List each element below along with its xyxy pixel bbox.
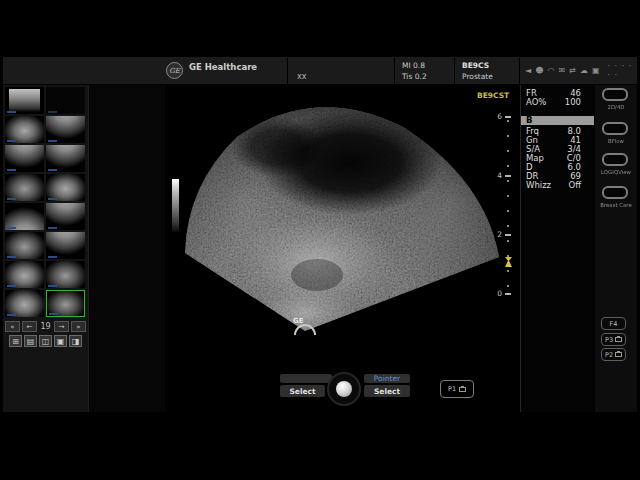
patient-id-text: xx <box>297 72 306 81</box>
softkey-2d4d-button[interactable] <box>602 88 628 101</box>
next-page-button[interactable]: → <box>54 321 69 332</box>
thumbnail[interactable] <box>46 145 85 172</box>
depth-tick <box>505 293 511 295</box>
thumbnail[interactable] <box>5 116 44 143</box>
grid-view-icon[interactable]: ⊞ <box>9 335 22 347</box>
depth-tick <box>505 234 511 236</box>
thumbnail-pagination: « ← 19 → » <box>5 321 86 332</box>
thumbnail[interactable] <box>5 87 44 114</box>
clipboard-toolbar: ⊞ ▤ ◫ ▣ ◨ <box>5 335 86 347</box>
transfer-icon[interactable]: ◨ <box>69 335 82 347</box>
softkey-label: BFlow <box>597 137 635 143</box>
imaging-parameter-panel: FR 46 AO% 100 B Frq 8.0 Gn 41 S/A 3/4 Ma… <box>520 85 594 412</box>
depth-label: 0 <box>497 290 502 298</box>
p3-button[interactable]: P3 <box>601 333 626 346</box>
ultrasound-system-screen: GE GE Healthcare xx MI 0.8 Tis 0.2 BE9CS… <box>0 0 640 480</box>
user-icon: ☻ <box>535 67 543 75</box>
tis-value: Tis 0.2 <box>402 72 427 81</box>
printer-icon <box>615 352 622 357</box>
last-page-button[interactable]: » <box>71 321 86 332</box>
depth-tick <box>505 116 511 118</box>
panel-divider-strip <box>88 85 165 412</box>
mi-value: MI 0.8 <box>402 61 425 70</box>
wifi-icon: ◠ <box>548 67 555 75</box>
probe-preset-section[interactable]: BE9CS Prostate <box>455 57 520 84</box>
cloud-icon: ☁ <box>580 67 588 75</box>
preset-name: Prostate <box>462 72 493 81</box>
softkey-logiqview-button[interactable] <box>602 153 628 166</box>
printer-icon <box>459 387 466 392</box>
ultrasound-image-area[interactable]: BE9CST GE 6 4 2 0 <box>165 85 520 412</box>
volume-icon: ◄ <box>525 67 531 75</box>
patient-id-section[interactable]: xx <box>288 57 395 84</box>
acoustic-output-section: MI 0.8 Tis 0.2 <box>395 57 455 84</box>
menu-dots[interactable]: · · · · · · <box>607 62 637 80</box>
param-label: AO% <box>526 98 546 107</box>
select-right-button[interactable]: Select <box>364 385 410 397</box>
p1-label: P1 <box>448 385 456 393</box>
delete-icon[interactable]: ▤ <box>24 335 37 347</box>
mail-icon: ✉ <box>558 67 565 75</box>
brand-section: GE GE Healthcare <box>3 57 288 84</box>
thumbnail[interactable] <box>5 290 44 317</box>
display-icon: ▣ <box>592 67 600 75</box>
grayscale-bar <box>172 179 179 232</box>
trackball-function-bar <box>280 374 332 383</box>
clipboard-thumbnail-panel: « ← 19 → » ⊞ ▤ ◫ ▣ ◨ <box>3 85 88 412</box>
thumbnail[interactable] <box>5 261 44 288</box>
thumbnail[interactable] <box>46 174 85 201</box>
top-status-bar: GE GE Healthcare xx MI 0.8 Tis 0.2 BE9CS… <box>3 57 637 84</box>
save-icon[interactable]: ▣ <box>54 335 67 347</box>
p1-button[interactable]: P1 <box>440 380 474 398</box>
thumbnail-selected[interactable] <box>46 290 85 317</box>
pointer-mode-label: Pointer <box>364 374 410 383</box>
p3-label: P3 <box>605 336 613 344</box>
f4-button[interactable]: F4 <box>601 317 626 330</box>
select-left-button[interactable]: Select <box>280 385 325 397</box>
depth-ruler-ticks <box>507 120 509 295</box>
printer-icon <box>615 337 622 342</box>
probe-name: BE9CS <box>462 61 489 70</box>
softkey-column: 2D/4D BFlow LOGIQView Breast Care F4 P3 … <box>595 85 637 412</box>
f4-label: F4 <box>610 320 618 328</box>
softkey-label: 2D/4D <box>597 103 635 109</box>
thumbnail-grid <box>5 87 86 317</box>
depth-label: 2 <box>497 231 502 239</box>
param-label: Whizz <box>526 181 551 190</box>
network-icon: ⇄ <box>569 67 576 75</box>
p2-button[interactable]: P2 <box>601 348 626 361</box>
thumbnail[interactable] <box>46 87 85 114</box>
status-icon-strip: ◄ ☻ ◠ ✉ ⇄ ☁ ▣ <box>525 67 599 75</box>
system-status-section: ◄ ☻ ◠ ✉ ⇄ ☁ ▣ · · · · · · <box>520 57 637 84</box>
ultrasound-fan-image <box>165 85 520 412</box>
softkey-label: Breast Care <box>597 201 635 207</box>
thumbnail[interactable] <box>46 203 85 230</box>
probe-orientation-label: GE <box>293 317 304 325</box>
param-value: 100 <box>565 98 581 107</box>
ge-logo-icon: GE <box>166 62 183 79</box>
param-value: Off <box>568 181 581 190</box>
depth-label: 4 <box>497 172 502 180</box>
p2-label: P2 <box>605 351 613 359</box>
depth-label: 6 <box>497 113 502 121</box>
thumbnail[interactable] <box>46 261 85 288</box>
softkey-bflow-button[interactable] <box>602 122 628 135</box>
first-page-button[interactable]: « <box>5 321 20 332</box>
softkey-label: LOGIQView <box>597 168 635 174</box>
depth-ruler: 6 4 2 0 <box>487 85 515 315</box>
page-number: 19 <box>39 322 52 331</box>
mode-header: B <box>521 116 594 125</box>
thumbnail[interactable] <box>5 174 44 201</box>
thumbnail[interactable] <box>5 203 44 230</box>
copy-icon[interactable]: ◫ <box>39 335 52 347</box>
brand-name: GE Healthcare <box>189 62 257 72</box>
softkey-breastcare-button[interactable] <box>602 186 628 199</box>
thumbnail[interactable] <box>5 232 44 259</box>
thumbnail[interactable] <box>5 145 44 172</box>
prev-page-button[interactable]: ← <box>22 321 37 332</box>
thumbnail[interactable] <box>46 116 85 143</box>
thumbnail[interactable] <box>46 232 85 259</box>
trackball[interactable] <box>336 381 352 397</box>
depth-tick <box>505 175 511 177</box>
